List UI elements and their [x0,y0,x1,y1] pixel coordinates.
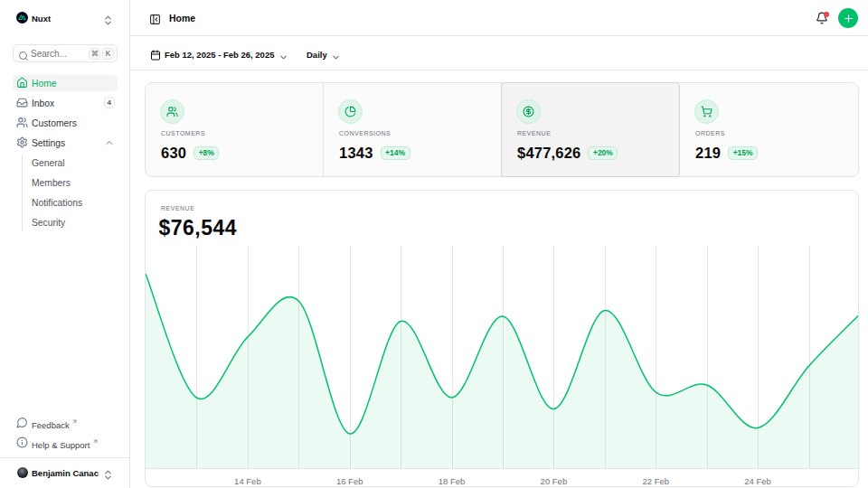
svg-text:16 Feb: 16 Feb [336,476,363,486]
svg-text:14 Feb: 14 Feb [234,476,261,486]
svg-text:18 Feb: 18 Feb [439,476,466,486]
svg-text:22 Feb: 22 Feb [643,476,670,486]
svg-text:24 Feb: 24 Feb [744,476,771,486]
svg-text:20 Feb: 20 Feb [541,476,568,486]
